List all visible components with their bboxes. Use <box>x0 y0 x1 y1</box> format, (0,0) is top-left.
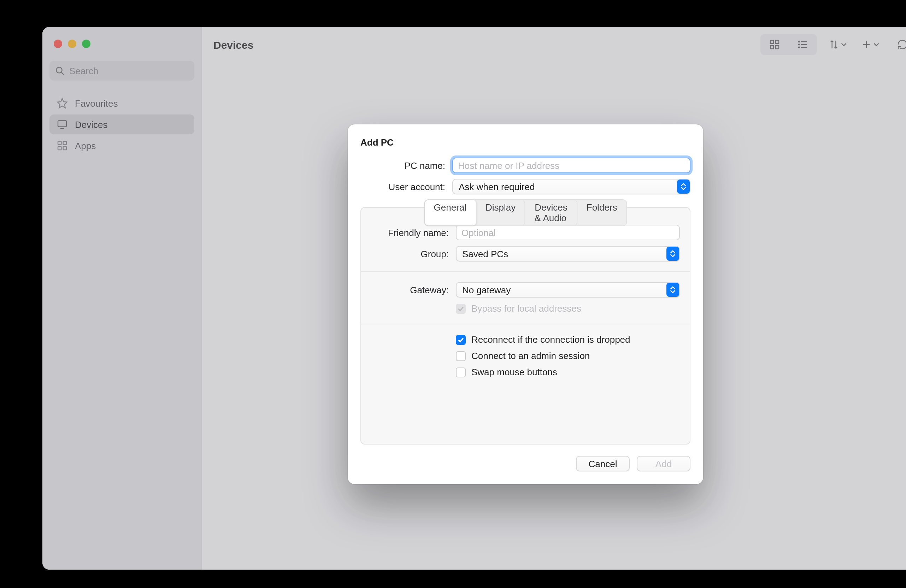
sidebar-item-label: Apps <box>75 140 96 151</box>
svg-rect-12 <box>775 46 779 49</box>
grid-icon <box>769 39 780 50</box>
sort-icon <box>828 39 839 50</box>
reconnect-checkbox[interactable] <box>456 335 466 344</box>
cancel-button[interactable]: Cancel <box>576 456 630 472</box>
sidebar-item-apps[interactable]: Apps <box>49 136 195 156</box>
svg-rect-9 <box>770 40 774 43</box>
svg-rect-7 <box>58 147 61 150</box>
search-input[interactable] <box>49 61 195 81</box>
sidebar-item-label: Favourites <box>75 98 118 108</box>
settings-panel: General Display Devices & Audio Folders … <box>360 207 691 445</box>
gateway-select[interactable]: No gateway <box>456 282 680 298</box>
svg-rect-5 <box>58 141 61 145</box>
svg-line-1 <box>62 72 64 75</box>
reconnect-label: Reconnect if the connection is dropped <box>471 334 630 345</box>
svg-rect-10 <box>775 40 779 43</box>
tab-devices-audio[interactable]: Devices & Audio <box>525 200 577 225</box>
admin-session-label: Connect to an admin session <box>471 351 590 361</box>
user-account-label: User account: <box>360 181 445 192</box>
admin-session-row: Connect to an admin session <box>371 351 680 361</box>
select-stepper-icon <box>667 283 679 297</box>
select-stepper-icon <box>677 180 690 194</box>
friendly-name-label: Friendly name: <box>371 227 449 238</box>
select-stepper-icon <box>667 247 679 261</box>
sort-button[interactable] <box>825 35 849 54</box>
apps-grid-icon <box>57 140 68 151</box>
sidebar-item-label: Devices <box>75 119 108 130</box>
add-pc-dialog: Add PC PC name: User account: Ask when r… <box>348 124 703 484</box>
svg-point-17 <box>799 44 800 45</box>
window-controls <box>49 40 195 54</box>
sidebar-item-favourites[interactable]: Favourites <box>49 93 195 113</box>
list-view-button[interactable] <box>790 35 815 54</box>
svg-rect-3 <box>58 121 67 126</box>
display-icon <box>57 119 68 130</box>
reconnect-row: Reconnect if the connection is dropped <box>371 334 680 345</box>
user-account-select[interactable]: Ask when required <box>452 179 691 194</box>
tab-general[interactable]: General <box>425 200 477 225</box>
gateway-label: Gateway: <box>371 284 449 295</box>
divider <box>361 323 690 324</box>
gateway-value: No gateway <box>462 284 510 295</box>
dialog-actions: Cancel Add <box>360 456 691 472</box>
tabs: General Display Devices & Audio Folders <box>424 199 627 226</box>
sidebar: Favourites Devices Apps <box>42 27 202 570</box>
search-icon <box>55 66 64 75</box>
user-account-value: Ask when required <box>459 181 534 192</box>
tab-display[interactable]: Display <box>476 200 525 225</box>
group-label: Group: <box>371 249 449 259</box>
group-value: Saved PCs <box>462 249 508 259</box>
svg-point-18 <box>799 47 800 48</box>
add-confirm-button[interactable]: Add <box>637 456 691 472</box>
tab-folders[interactable]: Folders <box>577 200 627 225</box>
svg-rect-6 <box>63 141 67 145</box>
chevron-down-icon <box>841 42 847 47</box>
group-select[interactable]: Saved PCs <box>456 246 680 261</box>
admin-session-checkbox[interactable] <box>456 351 466 361</box>
svg-point-16 <box>799 41 800 42</box>
svg-rect-8 <box>63 147 67 150</box>
bypass-checkbox <box>456 304 466 314</box>
divider <box>361 271 690 272</box>
sidebar-nav: Favourites Devices Apps <box>49 93 195 156</box>
sidebar-item-devices[interactable]: Devices <box>49 115 195 134</box>
maximize-window-button[interactable] <box>82 40 91 48</box>
bypass-label: Bypass for local addresses <box>471 303 581 314</box>
svg-marker-2 <box>57 99 67 108</box>
swap-mouse-label: Swap mouse buttons <box>471 367 557 378</box>
friendly-name-input[interactable] <box>456 225 680 240</box>
svg-point-0 <box>56 67 62 73</box>
chevron-down-icon <box>874 42 879 47</box>
swap-mouse-row: Swap mouse buttons <box>371 367 680 378</box>
plus-icon <box>861 39 872 50</box>
view-mode-toggle <box>761 34 817 55</box>
grid-view-button[interactable] <box>762 35 787 54</box>
search-wrapper <box>49 61 195 81</box>
dialog-title: Add PC <box>360 137 691 148</box>
refresh-button[interactable] <box>890 35 906 54</box>
svg-rect-11 <box>770 46 774 49</box>
bypass-row: Bypass for local addresses <box>371 303 680 314</box>
swap-mouse-checkbox[interactable] <box>456 367 466 377</box>
close-window-button[interactable] <box>54 40 62 48</box>
add-button[interactable] <box>858 35 882 54</box>
page-title: Devices <box>214 38 254 51</box>
toolbar: Devices <box>202 27 906 62</box>
star-icon <box>57 97 68 109</box>
minimize-window-button[interactable] <box>68 40 76 48</box>
app-window: Favourites Devices Apps <box>42 27 906 570</box>
pc-name-label: PC name: <box>360 160 445 171</box>
pc-name-input[interactable] <box>452 158 691 173</box>
refresh-icon <box>897 39 906 50</box>
list-icon <box>797 39 809 50</box>
